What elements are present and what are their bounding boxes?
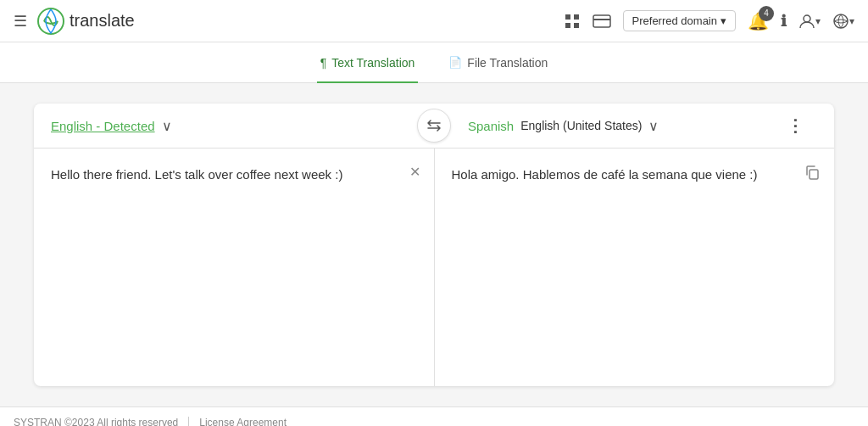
user-menu-icon[interactable]: ▾: [798, 13, 821, 30]
svg-point-8: [834, 14, 848, 28]
target-language-primary: Spanish: [468, 119, 514, 133]
translation-panels: Hello there friend. Let's talk over coff…: [34, 149, 834, 386]
target-language-secondary: English (United States): [520, 119, 642, 132]
footer: SYSTRAN ©2023 All rights reserved Licens…: [0, 406, 868, 426]
preferred-domain-button[interactable]: Preferred domain ▾: [623, 10, 736, 31]
source-language-chevron[interactable]: ∨: [162, 118, 172, 134]
svg-point-7: [804, 15, 810, 22]
paragraph-icon: ¶: [320, 56, 327, 70]
notification-button[interactable]: 🔔 4: [748, 11, 769, 31]
license-agreement-link[interactable]: License Agreement: [199, 417, 287, 427]
svg-rect-4: [574, 23, 579, 28]
svg-rect-5: [593, 15, 610, 27]
tabs-bar: ¶ Text Translation 📄 File Translation: [0, 42, 868, 83]
globe-icon[interactable]: ▾: [832, 13, 854, 30]
file-translation-label: File Translation: [467, 56, 548, 70]
main-content: English - Detected ∨ Spanish English (Un…: [0, 83, 868, 406]
logo-svg: [37, 8, 64, 35]
grid-icon[interactable]: [564, 13, 581, 30]
footer-divider: [188, 417, 189, 427]
header: ☰ translate Pre: [0, 0, 868, 42]
tab-file-translation[interactable]: 📄 File Translation: [445, 43, 551, 83]
svg-rect-9: [810, 170, 818, 179]
svg-rect-3: [565, 23, 570, 28]
source-language-label: English - Detected: [51, 119, 155, 133]
tab-text-translation[interactable]: ¶ Text Translation: [317, 43, 419, 83]
logo-text: translate: [70, 11, 135, 31]
swap-languages-button[interactable]: [417, 109, 451, 143]
logo: translate: [37, 8, 135, 35]
source-text: Hello there friend. Let's talk over coff…: [51, 165, 417, 185]
notification-count: 4: [759, 6, 774, 21]
svg-rect-1: [565, 14, 570, 20]
target-language-chevron[interactable]: ∨: [648, 118, 659, 134]
info-icon[interactable]: ℹ: [781, 12, 787, 31]
text-translation-label: Text Translation: [331, 56, 415, 70]
svg-rect-2: [574, 14, 579, 20]
target-language-selector[interactable]: Spanish English (United States) ∨ ⋮: [451, 104, 834, 148]
copy-translation-button[interactable]: [804, 164, 821, 185]
file-icon: 📄: [448, 56, 462, 69]
clear-text-button[interactable]: ✕: [409, 164, 420, 180]
card-icon[interactable]: [593, 14, 611, 28]
header-right: Preferred domain ▾ 🔔 4 ℹ ▾ ▾: [564, 10, 854, 31]
target-text-panel: Hola amigo. Hablemos de café la semana q…: [435, 149, 835, 386]
translated-text: Hola amigo. Hablemos de café la semana q…: [452, 165, 818, 185]
svg-rect-6: [593, 19, 610, 20]
preferred-domain-arrow: ▾: [721, 14, 726, 27]
source-text-panel[interactable]: Hello there friend. Let's talk over coff…: [34, 149, 435, 386]
preferred-domain-label: Preferred domain: [632, 14, 717, 27]
translation-box: English - Detected ∨ Spanish English (Un…: [34, 104, 834, 386]
language-bar: English - Detected ∨ Spanish English (Un…: [34, 104, 834, 149]
target-language-more-button[interactable]: ⋮: [773, 115, 817, 136]
hamburger-icon[interactable]: ☰: [14, 12, 27, 31]
copyright-text: SYSTRAN ©2023 All rights reserved: [14, 417, 178, 427]
header-left: ☰ translate: [14, 8, 564, 35]
source-language-selector[interactable]: English - Detected ∨: [34, 106, 417, 146]
